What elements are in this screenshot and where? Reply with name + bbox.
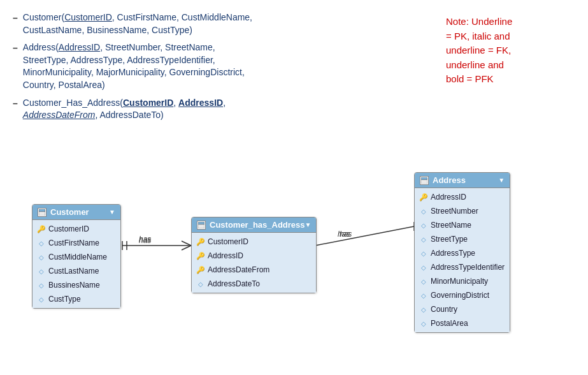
has-label-right-display: has xyxy=(340,230,352,239)
address-dropdown-arrow[interactable]: ▼ xyxy=(498,177,505,184)
cha-row-4: AddressDateTo xyxy=(208,278,260,290)
table-row: 🔑 AddressID xyxy=(415,190,510,204)
table-row: ◇ StreetType xyxy=(415,232,510,246)
table-row: ◇ StreetNumber xyxy=(415,204,510,218)
table-row: 🔑 CustomerID xyxy=(32,222,120,236)
schema-text-address: Address(AddressID, StreetNumber, StreetN… xyxy=(23,41,433,91)
table-row: ◇ CustFirstName xyxy=(32,236,120,250)
table-row: 🔑 CustomerID xyxy=(192,235,316,249)
table-row: ◇ CustLastName xyxy=(32,264,120,278)
has-label-left-display: has xyxy=(139,236,151,245)
diamond-icon: ◇ xyxy=(420,221,427,229)
key-icon: 🔑 xyxy=(420,193,427,201)
customer-table-icon xyxy=(38,208,47,217)
address-row-3: StreetName xyxy=(431,219,471,231)
table-row: ◇ GoverningDistrict xyxy=(415,288,510,302)
address-row-8: GoverningDistrict xyxy=(431,290,489,301)
svg-line-2 xyxy=(182,246,191,250)
address-row-7: MinorMunicipalty xyxy=(431,276,488,287)
table-customer-header[interactable]: Customer ▼ xyxy=(32,205,120,220)
schema-item-cha: – Customer_Has_Address(CustomerID, Addre… xyxy=(13,97,433,122)
diamond-icon: ◇ xyxy=(38,267,45,275)
address-row-5: AddressType xyxy=(431,247,475,259)
diamond-icon: ◇ xyxy=(38,295,45,303)
customer-row-5: BussinesName xyxy=(48,279,100,291)
diamond-icon: ◇ xyxy=(420,235,427,243)
table-row: 🔑 AddressID xyxy=(192,249,316,263)
table-row: ◇ StreetName xyxy=(415,218,510,232)
cha-table-icon xyxy=(197,221,206,230)
svg-rect-15 xyxy=(198,224,204,228)
customer-dropdown-arrow[interactable]: ▼ xyxy=(109,209,115,216)
diamond-icon: ◇ xyxy=(38,281,45,289)
cha-table-body: 🔑 CustomerID 🔑 AddressID 🔑 AddressDateFr… xyxy=(192,233,316,293)
cha-table-title: Customer_has_Address xyxy=(210,220,305,230)
customer-row-4: CustLastName xyxy=(48,265,99,277)
address-row-2: StreetNumber xyxy=(431,205,478,217)
address-table-icon xyxy=(420,176,429,185)
diamond-icon: ◇ xyxy=(420,207,427,215)
address-table-title: Address xyxy=(433,175,466,185)
svg-rect-14 xyxy=(198,222,204,224)
address-table-header[interactable]: Address ▼ xyxy=(415,173,510,188)
table-cha: Customer_has_Address ▼ 🔑 CustomerID 🔑 Ad… xyxy=(191,217,317,293)
table-row: ◇ MinorMunicipalty xyxy=(415,274,510,288)
key-red-icon: 🔑 xyxy=(197,238,204,246)
table-row: ◇ CustMiddleName xyxy=(32,250,120,264)
diamond-icon: ◇ xyxy=(38,239,45,247)
address-pk: AddressID xyxy=(59,42,100,52)
customer-row-3: CustMiddleName xyxy=(48,251,107,263)
svg-rect-19 xyxy=(421,180,427,184)
address-row-9: Country xyxy=(431,304,457,315)
schema-section: – Customer(CustomerID, CustFirstName, Cu… xyxy=(13,11,433,364)
cha-fk-addressdatefrom: AddressDateFrom xyxy=(23,110,96,120)
address-row-4: StreetType xyxy=(431,233,468,245)
address-row-1: AddressID xyxy=(431,191,466,203)
dash-customer: – xyxy=(13,12,18,25)
diamond-icon: ◇ xyxy=(420,305,427,313)
diamond-icon: ◇ xyxy=(420,263,427,271)
customer-table-title: Customer xyxy=(50,207,89,217)
svg-rect-11 xyxy=(39,212,45,216)
cha-pfk-customerid: CustomerID xyxy=(123,98,173,108)
note-box: Note: Underline = PK, italic and underli… xyxy=(446,11,573,90)
diamond-icon: ◇ xyxy=(420,277,427,285)
diamond-icon: ◇ xyxy=(420,249,427,257)
diamond-icon: ◇ xyxy=(197,280,204,288)
dash-cha: – xyxy=(13,98,18,110)
cha-row-2: AddressID xyxy=(208,250,243,261)
schema-text-customer: Customer(CustomerID, CustFirstName, Cust… xyxy=(23,11,433,36)
cha-dropdown-arrow[interactable]: ▼ xyxy=(305,221,312,228)
address-row-10: PostalArea xyxy=(431,318,468,329)
schema-item-address: – Address(AddressID, StreetNumber, Stree… xyxy=(13,41,433,91)
customer-row-1: CustomerID xyxy=(48,223,89,235)
diamond-icon: ◇ xyxy=(38,253,45,261)
diamond-icon: ◇ xyxy=(420,291,427,299)
key-red-icon: 🔑 xyxy=(197,252,204,260)
diagram-area: has has Customer ▼ 🔑 CustomerID xyxy=(13,172,573,370)
customer-row-2: CustFirstName xyxy=(48,237,99,249)
customer-table-body: 🔑 CustomerID ◇ CustFirstName ◇ CustMiddl… xyxy=(32,220,120,308)
diamond-icon: ◇ xyxy=(420,320,427,327)
key-icon: 🔑 xyxy=(197,266,204,274)
schema-item-customer: – Customer(CustomerID, CustFirstName, Cu… xyxy=(13,11,433,36)
address-row-6: AddressTypeIdentifier xyxy=(431,261,505,273)
customer-row-6: CustType xyxy=(48,293,81,305)
cha-table-header[interactable]: Customer_has_Address ▼ xyxy=(192,217,316,233)
svg-line-1 xyxy=(182,241,191,246)
svg-rect-10 xyxy=(39,209,45,212)
table-customer: Customer ▼ 🔑 CustomerID ◇ CustFirstName … xyxy=(32,204,121,309)
table-row: ◇ CustType xyxy=(32,292,120,306)
schema-text-cha: Customer_Has_Address(CustomerID, Address… xyxy=(23,97,433,122)
address-table-body: 🔑 AddressID ◇ StreetNumber ◇ StreetName … xyxy=(415,188,510,332)
main-container: – Customer(CustomerID, CustFirstName, Cu… xyxy=(0,0,588,375)
table-row: ◇ PostalArea xyxy=(415,316,510,330)
table-row: ◇ AddressType xyxy=(415,246,510,260)
schema-list: – Customer(CustomerID, CustFirstName, Cu… xyxy=(13,11,433,122)
table-row: ◇ Country xyxy=(415,302,510,316)
svg-line-5 xyxy=(315,226,414,246)
svg-rect-18 xyxy=(421,177,427,180)
note-text: Note: Underline = PK, italic and underli… xyxy=(446,15,573,87)
customer-pk: CustomerID xyxy=(64,12,112,22)
key-icon: 🔑 xyxy=(38,225,45,233)
